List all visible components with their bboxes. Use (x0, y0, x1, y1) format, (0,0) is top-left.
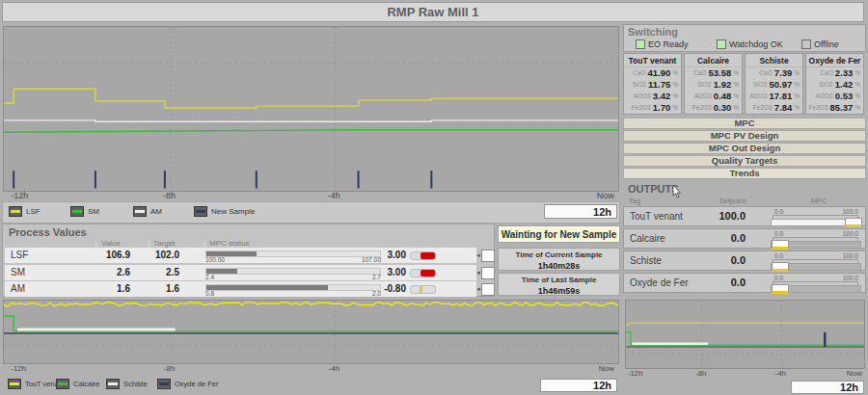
indicator-eo-ready[interactable]: EO Ready (636, 40, 689, 49)
legend-item-calcaire[interactable]: Calcaire (56, 379, 100, 389)
slider-track[interactable] (771, 219, 861, 226)
oxide-label: Fe2O3 (692, 104, 712, 111)
time-range-input-bottom-right[interactable]: 12h (791, 381, 864, 394)
pv-toggle-box[interactable] (481, 267, 495, 279)
time-range-input-bottom-left[interactable]: 12h (540, 379, 617, 392)
pv-expand-control-am[interactable]: ◄ (475, 281, 496, 297)
slider-max-label: 100.0 (843, 230, 858, 237)
output-tag: Calcaire (630, 229, 665, 248)
slider-track[interactable] (771, 241, 861, 249)
material-box-calcaire: Calcaire CaO53.58% SiO21.92% Al2O30.48% … (684, 53, 743, 115)
indicator-watchdog-ok[interactable]: Watchdog OK (717, 40, 783, 49)
axis-tick-label: -4h (328, 191, 340, 200)
oxide-unit: % (854, 104, 860, 111)
legend-label: New Sample (211, 207, 255, 216)
oxide-label: Al2O3 (816, 92, 833, 99)
mpc-trend-x-axis: -12h-8h-4hNow (625, 369, 863, 380)
pv-name: LSF (11, 248, 28, 263)
oxide-unit: % (733, 104, 739, 111)
oxide-unit: % (794, 92, 800, 99)
mpc-output-slider[interactable]: 0.0 100.0 (771, 230, 860, 248)
oxide-label: CaO (693, 69, 706, 76)
quality-targets-button[interactable]: Quality Targets (623, 155, 866, 167)
oxide-value: 41.90 (647, 67, 670, 78)
pv-name: SM (11, 265, 25, 280)
pv-target: 1.6 (136, 281, 179, 297)
outputs-title: OUTPUTS (628, 183, 679, 195)
legend-item-new-sample[interactable]: New Sample (194, 206, 255, 217)
time-range-input-top[interactable]: 12h (544, 204, 617, 219)
slider-min-label: 0.0 (774, 275, 783, 281)
process-row-lsf: LSF 106.9 102.0 100.00107.00 3.00 (5, 248, 476, 263)
last-sample-value: 1h46m59s (499, 286, 619, 296)
oxide-value: 11.75 (648, 79, 670, 90)
slider-track[interactable] (771, 263, 861, 271)
pv-value: 1.6 (87, 281, 130, 297)
mpc-button[interactable]: MPC (623, 118, 866, 129)
output-tag: TouT venant (630, 207, 683, 225)
eo-ready-checkbox[interactable] (636, 40, 645, 49)
material-box-schiste: Schiste CaO7.39% SiO250.97% Al2O317.81% … (745, 53, 803, 115)
mpc-status-scale: 2.42.7 (205, 274, 381, 280)
pv-toggle-box[interactable] (481, 283, 495, 296)
mpc-output-slider[interactable]: 0.0 100.0 (771, 275, 860, 292)
outputs-column-mpc: MPC (804, 197, 833, 205)
oxide-unit: % (794, 81, 800, 88)
slider-thumb[interactable] (845, 218, 862, 227)
slider-thumb[interactable] (772, 240, 789, 250)
mpc-pv-design-button[interactable]: MPC PV Design (623, 130, 866, 142)
slider-thumb[interactable] (772, 262, 789, 272)
slider-thumb[interactable] (772, 284, 789, 294)
offline-checkbox[interactable] (801, 40, 811, 49)
indicator-offline[interactable]: Offline (801, 40, 839, 49)
switching-title: Switching (628, 26, 678, 38)
slider-track[interactable] (771, 285, 861, 293)
pv-name: AM (11, 281, 25, 297)
quality-trend-x-axis: -12h-8h-4hNow (3, 191, 617, 201)
mpc-out-design-button[interactable]: MPC Out Design (623, 143, 866, 154)
legend-item-am[interactable]: AM (133, 206, 162, 217)
oxide-value: 17.81 (769, 91, 792, 101)
oxide-label: Al2O3 (634, 92, 651, 99)
mpc-output-slider[interactable]: 0.0 100.0 (771, 208, 860, 225)
legend-label: AM (150, 207, 162, 216)
output-setpoint: 0.0 (699, 229, 746, 248)
oxide-label: SiO2 (819, 81, 832, 88)
new-sample-color-swatch (194, 206, 207, 217)
oxide-value: 1.70 (653, 102, 671, 113)
axis-tick-label: -8h (163, 191, 176, 200)
slider-min-label: 0.0 (774, 208, 783, 215)
axis-tick-label: Now (847, 369, 862, 378)
legend-item-sm[interactable]: SM (70, 206, 99, 217)
slider-min-label: 0.0 (774, 230, 783, 237)
outputs-column-tag: Tag (629, 197, 640, 205)
mpc-value: 3.00 (364, 265, 406, 280)
legend-item-oxyde-de-fer[interactable]: Oxyde de Fer (157, 379, 218, 389)
pv-toggle-box[interactable] (481, 250, 495, 262)
mpc-indicator (410, 269, 436, 277)
oxide-unit: % (794, 69, 800, 76)
oxide-label: SiO2 (633, 81, 646, 88)
mpc-output-slider[interactable]: 0.0 100.0 (771, 252, 860, 270)
last-sample-label: Time of Last Sample (499, 276, 619, 284)
oxide-label: Al2O3 (749, 92, 767, 99)
process-values-panel: Process Values Value Target MPC status L… (2, 224, 495, 297)
axis-tick-label: -4h (329, 364, 340, 373)
outputs-trend-chart (3, 300, 619, 364)
slider-min-label: 0.0 (774, 252, 783, 259)
waiting-status-message: Wainting for New Sample (498, 225, 620, 243)
legend-item-lsf[interactable]: LSF (9, 206, 41, 217)
oxide-value: 7.84 (774, 102, 793, 113)
output-tag: Schiste (630, 251, 662, 270)
watchdog-ok-checkbox[interactable] (717, 40, 726, 49)
trends-button[interactable]: Trends (623, 168, 866, 179)
oxide-label: SiO2 (753, 81, 767, 88)
legend-item-schiste[interactable]: Schiste (106, 379, 148, 389)
current-sample-label: Time of Current Sample (499, 250, 619, 259)
axis-tick-label: -4h (775, 369, 787, 378)
pv-expand-control-sm[interactable]: ◄ (475, 265, 496, 280)
axis-tick-label: -12h (11, 191, 28, 200)
slider-max-label: 100.0 (843, 208, 858, 215)
pv-expand-control-lsf[interactable]: ◄ (475, 248, 496, 263)
outputs-column-setpoint: Setpoint (702, 197, 746, 205)
